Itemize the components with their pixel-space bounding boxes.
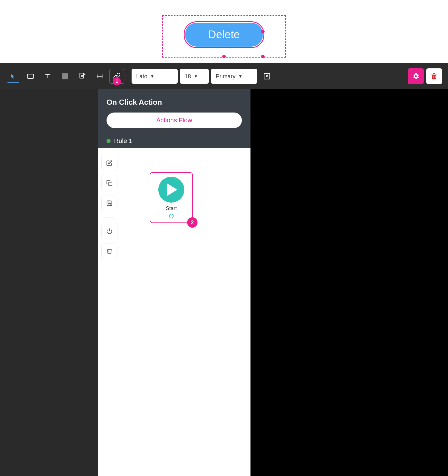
top-area: Button Delete: [0, 0, 448, 63]
rule-status-dot: [107, 139, 111, 143]
panel-title: On Click Action: [98, 89, 250, 113]
font-size-dropdown[interactable]: 18 ▼: [180, 69, 209, 84]
left-sidebar: [0, 89, 98, 476]
badge-1: 1: [113, 77, 121, 85]
selection-handle-bottom-right: [261, 55, 265, 58]
toolbar: 1 Lato ▼ 18 ▼ Primary ▼: [0, 63, 448, 89]
delete-button[interactable]: Delete: [185, 23, 263, 47]
start-circle: [158, 177, 184, 203]
svg-rect-12: [109, 182, 112, 186]
font-size-arrow-icon: ▼: [194, 74, 198, 79]
trash-icon[interactable]: [101, 243, 117, 259]
flow-canvas-wrapper: + −: [98, 149, 250, 476]
shape-tool-icon[interactable]: [58, 69, 73, 84]
svg-rect-4: [80, 73, 83, 78]
toolbar-separator: [128, 71, 128, 82]
gear-button[interactable]: [408, 68, 424, 84]
toolbar-right-icons: [408, 68, 442, 84]
badge-2: 2: [187, 217, 198, 228]
copy-icon[interactable]: [101, 175, 117, 191]
sidebar-separator: [104, 218, 115, 218]
margin-tool-icon[interactable]: [92, 69, 107, 84]
selection-handle-right: [261, 30, 265, 33]
rule-tab[interactable]: Rule 1: [98, 134, 250, 149]
power-icon[interactable]: [101, 223, 117, 239]
start-label: Start: [166, 205, 177, 212]
rule-label: Rule 1: [114, 137, 132, 145]
select-tool-icon[interactable]: [6, 69, 21, 84]
edit-icon[interactable]: [101, 155, 117, 171]
panel: On Click Action Actions Flow Rule 1: [98, 89, 250, 476]
start-node[interactable]: Start 2: [150, 172, 193, 223]
rectangle-tool-icon[interactable]: [23, 69, 38, 84]
font-family-dropdown[interactable]: Lato ▼: [132, 69, 178, 84]
save-icon[interactable]: [101, 195, 117, 211]
delete-toolbar-button[interactable]: [426, 68, 442, 84]
font-family-arrow-icon: ▼: [150, 74, 154, 79]
svg-rect-0: [28, 74, 33, 78]
flow-sidebar: + −: [98, 149, 121, 476]
style-arrow-icon: ▼: [238, 74, 242, 79]
actions-flow-button[interactable]: Actions Flow: [107, 113, 242, 128]
selection-handle-bottom: [222, 55, 226, 58]
flow-canvas[interactable]: Start 2: [121, 149, 250, 476]
text-tool-icon[interactable]: [40, 69, 55, 84]
play-icon: [167, 183, 177, 196]
start-connector: [169, 214, 174, 218]
main-content: On Click Action Actions Flow Rule 1: [0, 89, 448, 476]
svg-rect-3: [62, 73, 68, 79]
link-tool-icon[interactable]: 1: [109, 69, 124, 84]
style-variant-dropdown[interactable]: Primary ▼: [211, 69, 257, 84]
page-tool-icon[interactable]: [75, 69, 90, 84]
export-icon[interactable]: [259, 69, 274, 84]
